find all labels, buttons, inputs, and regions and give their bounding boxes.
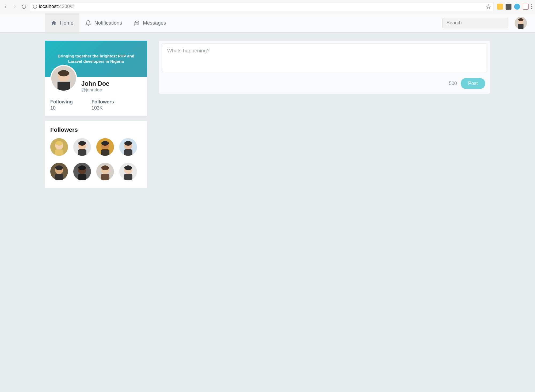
follower-avatar[interactable] xyxy=(119,163,137,180)
composer: 500 Post xyxy=(159,41,490,94)
bookmark-star-icon[interactable] xyxy=(486,4,491,9)
nav-label: Notifications xyxy=(94,20,122,26)
home-icon xyxy=(51,20,57,26)
svg-rect-33 xyxy=(101,174,109,180)
nav-label: Home xyxy=(60,20,74,26)
char-count: 500 xyxy=(449,81,457,86)
search-input[interactable] xyxy=(442,18,508,28)
svg-rect-18 xyxy=(78,149,86,156)
svg-rect-27 xyxy=(55,174,63,180)
nav-label: Messages xyxy=(143,20,166,26)
nav-items: Home Notifications Messages xyxy=(45,13,172,32)
svg-rect-30 xyxy=(78,174,86,180)
post-button[interactable]: Post xyxy=(461,78,485,89)
followers-grid xyxy=(50,138,142,180)
follower-avatar[interactable] xyxy=(119,138,137,156)
svg-rect-15 xyxy=(55,149,63,156)
top-nav: Home Notifications Messages xyxy=(0,13,535,33)
stat-value: 103K xyxy=(91,105,114,111)
profile-handle: @johndoe xyxy=(81,87,109,93)
following-stat[interactable]: Following 10 xyxy=(50,99,73,111)
nav-home[interactable]: Home xyxy=(45,13,79,32)
info-icon xyxy=(33,5,37,9)
extension-icon[interactable] xyxy=(514,4,520,10)
profile-avatar[interactable] xyxy=(50,65,77,92)
bell-icon xyxy=(85,20,91,26)
extension-icon[interactable] xyxy=(523,4,529,10)
svg-point-4 xyxy=(136,22,136,23)
compose-textarea[interactable] xyxy=(162,43,487,72)
display-name: John Doe xyxy=(81,80,109,87)
profile-stats: Following 10 Followers 103K xyxy=(45,93,147,116)
follower-avatar[interactable] xyxy=(96,163,114,180)
extension-icon[interactable] xyxy=(497,4,503,10)
svg-marker-3 xyxy=(487,5,491,8)
svg-rect-24 xyxy=(124,149,132,156)
svg-point-5 xyxy=(136,22,137,23)
url-text: localhost:4200/# xyxy=(39,4,74,9)
stat-value: 10 xyxy=(50,105,73,111)
nav-notifications[interactable]: Notifications xyxy=(79,13,128,32)
forward-button[interactable] xyxy=(12,4,18,10)
follower-avatar[interactable] xyxy=(50,138,68,156)
extension-icon[interactable] xyxy=(506,4,511,10)
svg-point-6 xyxy=(137,22,138,23)
chat-icon xyxy=(134,20,140,26)
url-bar[interactable]: localhost:4200/# xyxy=(30,2,494,11)
follower-avatar[interactable] xyxy=(50,163,68,180)
svg-rect-21 xyxy=(101,149,109,156)
svg-rect-12 xyxy=(58,81,70,90)
nav-messages[interactable]: Messages xyxy=(128,13,172,32)
nav-avatar[interactable] xyxy=(515,17,527,29)
back-button[interactable] xyxy=(3,4,9,10)
followers-stat[interactable]: Followers 103K xyxy=(91,99,114,111)
browser-menu-button[interactable] xyxy=(531,4,532,9)
follower-avatar[interactable] xyxy=(96,138,114,156)
follower-avatar[interactable] xyxy=(73,138,91,156)
svg-rect-36 xyxy=(124,174,132,180)
browser-chrome: localhost:4200/# xyxy=(0,0,535,13)
cover-tagline: Bringing together the brightest PHP and … xyxy=(56,53,136,64)
profile-card: Bringing together the brightest PHP and … xyxy=(45,41,147,116)
sidebar: Bringing together the brightest PHP and … xyxy=(45,41,147,188)
followers-title: Followers xyxy=(50,126,142,133)
reload-button[interactable] xyxy=(21,4,27,10)
main-column: 500 Post xyxy=(159,41,490,94)
browser-extensions xyxy=(497,4,532,10)
page-container: Bringing together the brightest PHP and … xyxy=(0,33,535,196)
svg-rect-9 xyxy=(518,24,523,29)
stat-label: Followers xyxy=(91,99,114,105)
stat-label: Following xyxy=(50,99,73,105)
follower-avatar[interactable] xyxy=(73,163,91,180)
followers-card: Followers xyxy=(45,121,147,188)
